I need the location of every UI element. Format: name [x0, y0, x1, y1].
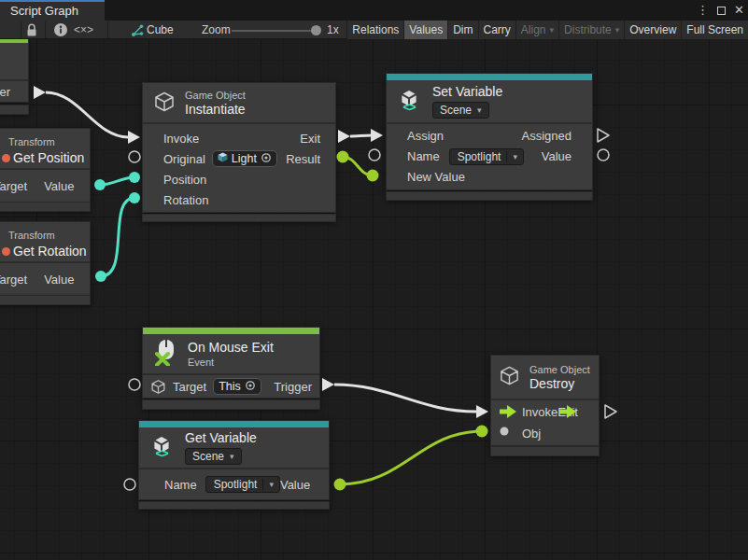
set-variable-name-port[interactable]: [369, 149, 380, 161]
graph-toolbar: <×> Cube Zoom 1x Relations Values Dim Ca…: [0, 21, 748, 39]
close-icon[interactable]: ✕: [734, 0, 744, 21]
node-on-mouse-exit[interactable]: On Mouse Exit Event Target This Trigger: [142, 327, 320, 399]
original-port-label: Original: [163, 152, 205, 166]
partial-event-header: [0, 43, 28, 79]
lock-icon[interactable]: [25, 21, 38, 39]
name-port-label: Name: [164, 478, 197, 492]
node-partial-event[interactable]: Trigger: [0, 39, 29, 103]
node-set-variable-footer: [386, 191, 593, 201]
node-get-position[interactable]: Transform Get Position Target Value: [0, 128, 91, 203]
chevron-down-icon: ▾: [506, 151, 523, 162]
align-button[interactable]: Align▾: [515, 21, 558, 39]
position-port[interactable]: [129, 172, 140, 183]
get-variable-value-port[interactable]: [334, 479, 346, 491]
code-toggle-icon[interactable]: <×>: [74, 21, 93, 39]
invoke-port-label: Invoke: [522, 405, 557, 419]
set-variable-value-port[interactable]: [598, 149, 609, 161]
variable-scope-dropdown[interactable]: Scene▾: [185, 448, 242, 465]
node-title: On Mouse Exit: [188, 340, 274, 356]
original-port[interactable]: [129, 151, 140, 162]
fullscreen-button[interactable]: Full Screen: [681, 21, 748, 39]
breadcrumb[interactable]: Cube: [147, 21, 174, 39]
trigger-port-label: Trigger: [274, 380, 312, 394]
destroy-obj-port[interactable]: [476, 426, 488, 438]
variable-scope-dropdown[interactable]: Scene▾: [432, 102, 489, 119]
target-port-label: Target: [173, 380, 206, 394]
destroy-exit-out-port[interactable]: [605, 405, 616, 418]
original-object-field[interactable]: Light: [212, 150, 277, 167]
node-destroy[interactable]: Game Object Destroy Invoke Exit Obj: [490, 355, 600, 446]
node-subtitle: Event: [188, 356, 274, 369]
object-picker-icon[interactable]: [245, 380, 256, 394]
game-object-ref-icon: [218, 152, 228, 165]
mouse-exit-icon: [153, 339, 178, 369]
event-accent-bar: [143, 328, 319, 334]
variable-accent-bar: [139, 421, 329, 427]
overview-button[interactable]: Overview: [624, 21, 681, 39]
maximize-icon[interactable]: [717, 7, 726, 15]
new-value-port[interactable]: [367, 170, 379, 182]
node-destroy-footer: [490, 446, 600, 456]
node-get-rotation[interactable]: Transform Get Rotation Target Value: [0, 221, 91, 296]
get-position-value-port[interactable]: [94, 179, 106, 190]
node-on-mouse-exit-footer: [142, 399, 320, 410]
graph-canvas[interactable]: Trigger Game Object Instantiate Invoke E…: [0, 39, 748, 560]
wire-flow-trigger-to-destroy[interactable]: [322, 378, 488, 418]
node-get-variable-footer: [138, 501, 330, 510]
original-object-value: Light: [232, 152, 257, 165]
value-port-label: Value: [44, 273, 74, 287]
new-value-port-label: New Value: [407, 170, 465, 184]
values-button[interactable]: Values: [403, 21, 447, 39]
tab-bar: Script Graph ⋮ ✕: [0, 0, 748, 21]
result-port[interactable]: [337, 151, 349, 163]
get-variable-name-port[interactable]: [124, 479, 135, 490]
wire-object-result-to-new-value[interactable]: [337, 151, 379, 182]
value-port-label: Value: [280, 478, 310, 492]
rotation-port[interactable]: [129, 192, 140, 203]
variable-name-dropdown[interactable]: Spotlight▾: [205, 476, 280, 493]
wire-flow-exit-to-assign[interactable]: [338, 129, 383, 143]
value-port-label: Value: [44, 179, 74, 193]
carry-button[interactable]: Carry: [478, 21, 515, 39]
zoom-slider-handle[interactable]: [311, 25, 321, 35]
node-category: Transform: [8, 229, 55, 242]
assigned-port[interactable]: [598, 129, 609, 142]
obj-port-label: Obj: [522, 427, 541, 441]
tab-script-graph[interactable]: Script Graph: [0, 0, 105, 21]
unity-variable-icon: <>: [148, 436, 176, 459]
chevron-down-icon: ▾: [230, 452, 234, 461]
node-title: Get Position: [13, 150, 84, 166]
zoom-slider-track[interactable]: [232, 30, 319, 32]
mouse-exit-target-port[interactable]: [129, 379, 140, 390]
variable-brackets-icon: <>: [155, 448, 167, 459]
variable-accent-bar: [387, 74, 592, 80]
name-port-label: Name: [407, 149, 440, 163]
node-category: Game Object: [185, 89, 246, 102]
rotation-port-label: Rotation: [163, 193, 208, 207]
relations-button[interactable]: Relations: [346, 21, 403, 39]
unity-variable-icon: <>: [395, 90, 423, 113]
dim-button[interactable]: Dim: [447, 21, 477, 39]
get-rotation-value-port[interactable]: [95, 271, 106, 282]
game-object-cube-icon: [499, 365, 520, 389]
window-menu-icon[interactable]: ⋮: [697, 0, 709, 21]
result-port-label: Result: [286, 152, 320, 166]
wire-object-value-to-obj[interactable]: [334, 426, 488, 491]
object-picker-icon[interactable]: [261, 152, 272, 166]
node-instantiate[interactable]: Game Object Instantiate Invoke Exit Orig…: [142, 82, 336, 213]
distribute-button[interactable]: Distribute▾: [558, 21, 624, 39]
variable-name-dropdown[interactable]: Spotlight▾: [449, 148, 524, 165]
info-icon[interactable]: [53, 21, 68, 39]
node-title: Get Variable: [185, 430, 257, 446]
node-set-variable[interactable]: <> Set Variable Scene▾ Assign Assigned N…: [386, 73, 593, 190]
node-title: Get Rotation: [13, 244, 87, 259]
node-get-variable[interactable]: <> Get Variable Scene▾ Name Spotlight▾ V…: [138, 420, 330, 500]
node-title: Set Variable: [432, 84, 502, 100]
graph-breadcrumb-icon: [131, 21, 145, 39]
target-port-label: Target: [0, 179, 27, 193]
wire-vector-rotation[interactable]: [95, 192, 140, 282]
wire-vector-position[interactable]: [94, 172, 140, 190]
target-object-field[interactable]: This: [213, 378, 261, 395]
chevron-down-icon: ▾: [477, 105, 482, 115]
node-instantiate-footer: [142, 214, 336, 222]
